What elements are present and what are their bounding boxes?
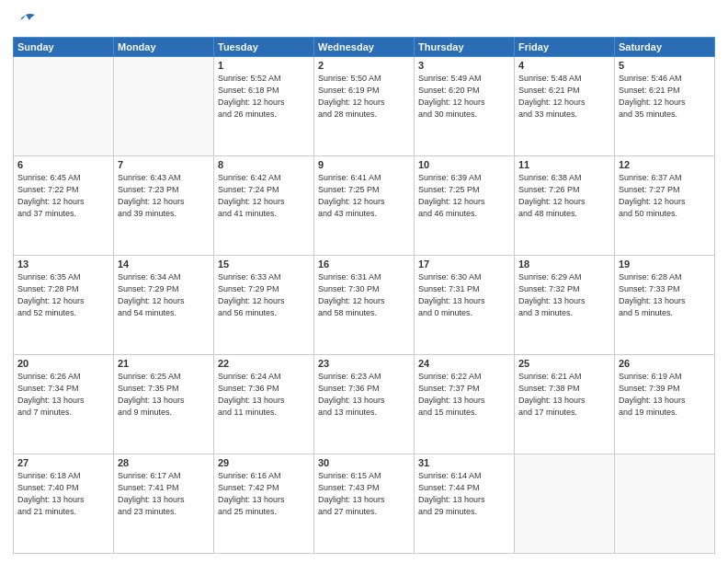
day-info: Sunrise: 6:14 AM Sunset: 7:44 PM Dayligh… — [418, 470, 510, 518]
day-info: Sunrise: 5:48 AM Sunset: 6:21 PM Dayligh… — [518, 73, 610, 121]
weekday-tuesday: Tuesday — [214, 38, 314, 57]
day-cell: 29Sunrise: 6:16 AM Sunset: 7:42 PM Dayli… — [214, 454, 314, 554]
day-number: 3 — [418, 60, 510, 71]
day-number: 22 — [218, 358, 310, 369]
day-number: 27 — [17, 457, 109, 468]
day-cell — [515, 454, 615, 554]
day-info: Sunrise: 6:24 AM Sunset: 7:36 PM Dayligh… — [218, 371, 310, 419]
day-info: Sunrise: 6:37 AM Sunset: 7:27 PM Dayligh… — [619, 172, 711, 220]
week-row-3: 13Sunrise: 6:35 AM Sunset: 7:28 PM Dayli… — [14, 256, 715, 355]
day-cell: 6Sunrise: 6:45 AM Sunset: 7:22 PM Daylig… — [14, 156, 114, 256]
week-row-4: 20Sunrise: 6:26 AM Sunset: 7:34 PM Dayli… — [14, 355, 715, 454]
day-number: 14 — [118, 259, 210, 270]
day-info: Sunrise: 6:23 AM Sunset: 7:36 PM Dayligh… — [318, 371, 410, 419]
day-number: 9 — [318, 159, 410, 170]
day-info: Sunrise: 6:45 AM Sunset: 7:22 PM Dayligh… — [17, 172, 109, 220]
day-number: 25 — [518, 358, 610, 369]
day-cell: 12Sunrise: 6:37 AM Sunset: 7:27 PM Dayli… — [615, 156, 715, 256]
day-number: 21 — [118, 358, 210, 369]
day-cell: 30Sunrise: 6:15 AM Sunset: 7:43 PM Dayli… — [314, 454, 415, 554]
day-info: Sunrise: 6:39 AM Sunset: 7:25 PM Dayligh… — [418, 172, 510, 220]
day-number: 16 — [318, 259, 410, 270]
day-info: Sunrise: 6:28 AM Sunset: 7:33 PM Dayligh… — [619, 271, 711, 319]
day-info: Sunrise: 6:19 AM Sunset: 7:39 PM Dayligh… — [619, 371, 711, 419]
day-info: Sunrise: 6:17 AM Sunset: 7:41 PM Dayligh… — [118, 470, 210, 518]
day-cell: 13Sunrise: 6:35 AM Sunset: 7:28 PM Dayli… — [14, 256, 114, 355]
weekday-saturday: Saturday — [615, 38, 715, 57]
day-number: 23 — [318, 358, 410, 369]
day-number: 7 — [118, 159, 210, 170]
day-info: Sunrise: 6:35 AM Sunset: 7:28 PM Dayligh… — [17, 271, 109, 319]
day-info: Sunrise: 6:38 AM Sunset: 7:26 PM Dayligh… — [518, 172, 610, 220]
day-info: Sunrise: 6:33 AM Sunset: 7:29 PM Dayligh… — [218, 271, 310, 319]
day-info: Sunrise: 6:26 AM Sunset: 7:34 PM Dayligh… — [17, 371, 109, 419]
day-cell: 8Sunrise: 6:42 AM Sunset: 7:24 PM Daylig… — [214, 156, 314, 256]
day-cell: 1Sunrise: 5:52 AM Sunset: 6:18 PM Daylig… — [214, 57, 314, 156]
day-cell: 18Sunrise: 6:29 AM Sunset: 7:32 PM Dayli… — [515, 256, 615, 355]
day-number: 12 — [619, 159, 711, 170]
day-info: Sunrise: 6:25 AM Sunset: 7:35 PM Dayligh… — [118, 371, 210, 419]
weekday-monday: Monday — [114, 38, 214, 57]
day-cell: 11Sunrise: 6:38 AM Sunset: 7:26 PM Dayli… — [515, 156, 615, 256]
weekday-friday: Friday — [515, 38, 615, 57]
day-number: 17 — [418, 259, 510, 270]
day-info: Sunrise: 6:29 AM Sunset: 7:32 PM Dayligh… — [518, 271, 610, 319]
day-cell: 7Sunrise: 6:43 AM Sunset: 7:23 PM Daylig… — [114, 156, 214, 256]
day-cell: 20Sunrise: 6:26 AM Sunset: 7:34 PM Dayli… — [14, 355, 114, 454]
day-info: Sunrise: 6:30 AM Sunset: 7:31 PM Dayligh… — [418, 271, 510, 319]
day-number: 30 — [318, 457, 410, 468]
day-cell: 15Sunrise: 6:33 AM Sunset: 7:29 PM Dayli… — [214, 256, 314, 355]
day-info: Sunrise: 6:16 AM Sunset: 7:42 PM Dayligh… — [218, 470, 310, 518]
day-number: 20 — [17, 358, 109, 369]
day-info: Sunrise: 6:15 AM Sunset: 7:43 PM Dayligh… — [318, 470, 410, 518]
weekday-wednesday: Wednesday — [314, 38, 415, 57]
day-number: 6 — [17, 159, 109, 170]
day-cell — [114, 57, 214, 156]
page: SundayMondayTuesdayWednesdayThursdayFrid… — [0, 0, 728, 563]
week-row-1: 1Sunrise: 5:52 AM Sunset: 6:18 PM Daylig… — [14, 57, 715, 156]
week-row-2: 6Sunrise: 6:45 AM Sunset: 7:22 PM Daylig… — [14, 156, 715, 256]
day-cell: 14Sunrise: 6:34 AM Sunset: 7:29 PM Dayli… — [114, 256, 214, 355]
day-number: 2 — [318, 60, 410, 71]
week-row-5: 27Sunrise: 6:18 AM Sunset: 7:40 PM Dayli… — [14, 454, 715, 554]
day-cell: 16Sunrise: 6:31 AM Sunset: 7:30 PM Dayli… — [314, 256, 415, 355]
day-cell: 19Sunrise: 6:28 AM Sunset: 7:33 PM Dayli… — [615, 256, 715, 355]
logo — [13, 13, 39, 31]
day-number: 10 — [418, 159, 510, 170]
day-info: Sunrise: 5:52 AM Sunset: 6:18 PM Dayligh… — [218, 73, 310, 121]
day-cell — [615, 454, 715, 554]
weekday-header-row: SundayMondayTuesdayWednesdayThursdayFrid… — [14, 38, 715, 57]
day-number: 24 — [418, 358, 510, 369]
day-cell: 25Sunrise: 6:21 AM Sunset: 7:38 PM Dayli… — [515, 355, 615, 454]
day-cell: 21Sunrise: 6:25 AM Sunset: 7:35 PM Dayli… — [114, 355, 214, 454]
logo-bird-icon — [13, 13, 39, 28]
day-cell: 27Sunrise: 6:18 AM Sunset: 7:40 PM Dayli… — [14, 454, 114, 554]
day-info: Sunrise: 6:43 AM Sunset: 7:23 PM Dayligh… — [118, 172, 210, 220]
day-number: 4 — [518, 60, 610, 71]
day-number: 1 — [218, 60, 310, 71]
day-number: 8 — [218, 159, 310, 170]
day-cell: 9Sunrise: 6:41 AM Sunset: 7:25 PM Daylig… — [314, 156, 415, 256]
day-cell: 5Sunrise: 5:46 AM Sunset: 6:21 PM Daylig… — [615, 57, 715, 156]
header — [13, 9, 715, 31]
day-number: 19 — [619, 259, 711, 270]
day-cell — [14, 57, 114, 156]
weekday-thursday: Thursday — [415, 38, 515, 57]
day-cell: 2Sunrise: 5:50 AM Sunset: 6:19 PM Daylig… — [314, 57, 415, 156]
day-cell: 4Sunrise: 5:48 AM Sunset: 6:21 PM Daylig… — [515, 57, 615, 156]
day-cell: 31Sunrise: 6:14 AM Sunset: 7:44 PM Dayli… — [415, 454, 515, 554]
day-cell: 3Sunrise: 5:49 AM Sunset: 6:20 PM Daylig… — [415, 57, 515, 156]
day-number: 26 — [619, 358, 711, 369]
day-info: Sunrise: 5:49 AM Sunset: 6:20 PM Dayligh… — [418, 73, 510, 121]
day-cell: 28Sunrise: 6:17 AM Sunset: 7:41 PM Dayli… — [114, 454, 214, 554]
day-info: Sunrise: 6:34 AM Sunset: 7:29 PM Dayligh… — [118, 271, 210, 319]
day-number: 13 — [17, 259, 109, 270]
calendar-table: SundayMondayTuesdayWednesdayThursdayFrid… — [13, 37, 715, 554]
day-info: Sunrise: 6:18 AM Sunset: 7:40 PM Dayligh… — [17, 470, 109, 518]
day-info: Sunrise: 6:42 AM Sunset: 7:24 PM Dayligh… — [218, 172, 310, 220]
day-number: 5 — [619, 60, 711, 71]
day-cell: 10Sunrise: 6:39 AM Sunset: 7:25 PM Dayli… — [415, 156, 515, 256]
day-number: 31 — [418, 457, 510, 468]
day-info: Sunrise: 6:41 AM Sunset: 7:25 PM Dayligh… — [318, 172, 410, 220]
day-info: Sunrise: 6:31 AM Sunset: 7:30 PM Dayligh… — [318, 271, 410, 319]
